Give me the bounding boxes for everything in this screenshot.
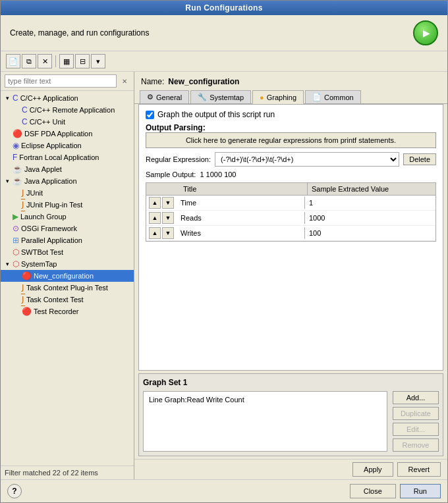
tree-item-fortran-local[interactable]: F Fortran Local Application: [1, 151, 134, 163]
tree-item-junit[interactable]: J̲ JUnit: [1, 187, 134, 199]
regex-delete-button[interactable]: Delete: [403, 153, 436, 165]
tree-item-eclipse-app[interactable]: ◉ Eclipse Application: [1, 140, 134, 151]
tab-general[interactable]: ⚙ General: [140, 90, 189, 103]
tree-item-launch-group[interactable]: ▶ Launch Group: [1, 211, 134, 223]
filter-clear-button[interactable]: ✕: [119, 76, 130, 86]
tree-item-java-applet[interactable]: ☕ Java Applet: [1, 163, 134, 175]
osgi-icon: ⊙: [13, 224, 19, 233]
graph-edit-button[interactable]: Edit...: [393, 423, 439, 436]
regex-label: Regular Expression:: [146, 155, 211, 163]
graph-output-checkbox[interactable]: [146, 111, 154, 119]
help-button[interactable]: ?: [7, 484, 22, 498]
filter-config-button[interactable]: ▦: [59, 54, 74, 68]
graph-list: Line Graph:Read Write Count: [143, 391, 387, 452]
graph-add-button[interactable]: Add...: [393, 391, 439, 404]
systemtap-group-icon: ⬡: [13, 259, 19, 269]
tree-item-junit-plugin[interactable]: J̲ JUnit Plug-in Test: [1, 199, 134, 211]
row-sample-reads: 1000: [305, 212, 435, 224]
tree-item-new-config[interactable]: 🔴 New_configuration: [1, 270, 134, 282]
tree-label: Task Context Test: [26, 296, 84, 304]
tree-item-cpp-app-group[interactable]: ▾ C C/C++ Application: [1, 92, 134, 104]
graph-checkbox-label: Graph the output of this script run: [157, 110, 275, 119]
filter-input[interactable]: [5, 74, 117, 88]
test-recorder-icon: 🔴: [22, 307, 32, 316]
row-up-button[interactable]: ▲: [149, 212, 161, 224]
tab-common[interactable]: 📄 Common: [305, 90, 361, 103]
tree-item-task-context-plugin[interactable]: J̲ Task Context Plug-in Test: [1, 282, 134, 294]
tree-item-osgi[interactable]: ⊙ OSGi Framework: [1, 223, 134, 234]
swtbot-icon: ⬡: [13, 248, 19, 257]
dsf-icon: 🔴: [13, 129, 22, 138]
table-row: ▲ ▼ 100: [146, 226, 435, 241]
tree-item-systemtap-group[interactable]: ▾ ⬡ SystemTap: [1, 258, 134, 270]
toolbar: 📄 ⧉ ✕ ▦ ⊟ ▾: [1, 51, 447, 72]
parallel-icon: ⊞: [13, 236, 19, 245]
generate-regex-button[interactable]: Click here to generate regular expressio…: [146, 132, 436, 148]
tree-label: Java Applet: [24, 165, 62, 173]
th-arrow: [146, 183, 179, 195]
tree-label: New_configuration: [34, 272, 94, 280]
title-bar: Run Configurations: [1, 1, 447, 15]
bottom-actions: Apply Revert: [134, 459, 447, 479]
tree-item-cpp-remote[interactable]: C C/C++ Remote Application: [1, 104, 134, 116]
output-parsing-section: Output Parsing: Click here to generate r…: [146, 123, 436, 148]
run-button[interactable]: Run: [400, 484, 441, 498]
eclipse-icon: ◉: [13, 141, 19, 150]
graph-list-item[interactable]: Line Graph:Read Write Count: [146, 394, 384, 405]
graph-remove-button[interactable]: Remove: [393, 438, 439, 452]
duplicate-config-button[interactable]: ⧉: [22, 54, 36, 68]
c-icon: C: [22, 117, 28, 126]
row-arrows: ▲ ▼: [146, 196, 179, 210]
apply-button[interactable]: Apply: [352, 462, 393, 477]
tree-label: OSGi Framework: [21, 225, 77, 232]
toolbar-separator: [55, 55, 56, 67]
delete-config-button[interactable]: ✕: [38, 54, 52, 68]
tree-item-swtbot[interactable]: ⬡ SWTBot Test: [1, 246, 134, 258]
title-input-reads[interactable]: [181, 214, 303, 222]
row-down-button[interactable]: ▼: [162, 212, 174, 224]
tree-item-dsf-pda[interactable]: 🔴 DSF PDA Application: [1, 128, 134, 140]
tree-item-task-context-test[interactable]: J̲ Task Context Test: [1, 294, 134, 305]
title-input-time[interactable]: [181, 199, 303, 207]
c-icon: C: [22, 105, 28, 115]
regex-row: Regular Expression: (-?\d+)\t(-?\d+)\t(-…: [146, 152, 436, 167]
tree-label: Fortran Local Application: [19, 153, 99, 161]
graph-set-title: Graph Set 1: [143, 378, 439, 387]
tree-label: Task Context Plug-in Test: [26, 284, 108, 292]
tree-arrow: ▾: [6, 261, 13, 267]
window-title: Run Configurations: [185, 3, 262, 13]
row-arrows: ▲ ▼: [146, 211, 179, 225]
close-button[interactable]: Close: [350, 484, 396, 498]
row-title-writes: [179, 227, 305, 239]
title-input-writes[interactable]: [181, 229, 303, 237]
collapse-button[interactable]: ⊟: [75, 54, 90, 68]
tree-label: C/C++ Application: [20, 94, 78, 102]
regex-select[interactable]: (-?\d+)\t(-?\d+)\t(-?\d+): [215, 152, 399, 167]
tree-item-cpp-unit[interactable]: C C/C++ Unit: [1, 116, 134, 128]
subtitle: Create, manage, and run configurations: [10, 28, 149, 38]
tree-item-parallel[interactable]: ⊞ Parallel Application: [1, 234, 134, 246]
tree-label: Parallel Application: [21, 236, 82, 244]
tree-label: Java Application: [24, 177, 77, 185]
tab-systemtap[interactable]: 🔧 Systemtap: [190, 90, 251, 103]
table-row: ▲ ▼ 1000: [146, 211, 435, 226]
footer-right: Close Run: [350, 484, 441, 498]
config-area: Graph the output of this script run Outp…: [138, 104, 443, 371]
tree-item-test-recorder[interactable]: 🔴 Test Recorder: [1, 305, 134, 317]
row-up-button[interactable]: ▲: [149, 197, 161, 209]
revert-button[interactable]: Revert: [397, 462, 441, 477]
new-config-button[interactable]: 📄: [6, 54, 20, 68]
expand-button[interactable]: ▾: [91, 54, 105, 68]
graph-buttons: Add... Duplicate Edit... Remove: [393, 391, 439, 452]
tab-graphing[interactable]: ● Graphing: [252, 90, 304, 104]
tree-item-java-app-group[interactable]: ▾ ☕ Java Application: [1, 175, 134, 187]
left-panel: ✕ ▾ C C/C++ Application C C/C++ Remote A…: [1, 72, 134, 479]
graphing-icon: ●: [260, 93, 264, 101]
row-title-reads: [179, 212, 305, 224]
java-icon: ☕: [13, 165, 22, 174]
graph-duplicate-button[interactable]: Duplicate: [393, 407, 439, 420]
row-up-button[interactable]: ▲: [149, 227, 161, 239]
run-icon-button[interactable]: [413, 20, 438, 45]
row-down-button[interactable]: ▼: [162, 227, 174, 239]
row-down-button[interactable]: ▼: [162, 197, 174, 209]
